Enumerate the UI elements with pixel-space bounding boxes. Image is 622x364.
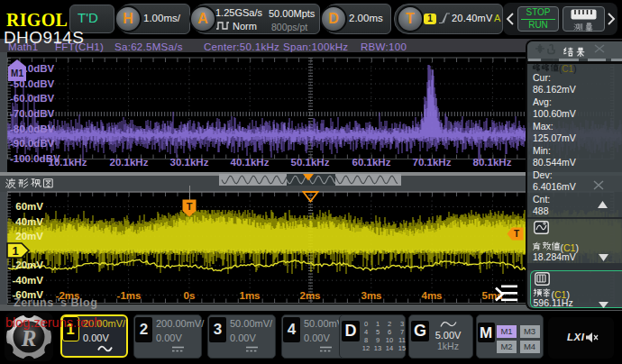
svg-text:T: T: [187, 201, 193, 212]
svg-text:M1: M1: [11, 68, 23, 78]
svg-text:T: T: [514, 229, 519, 239]
svg-text:1: 1: [12, 244, 18, 258]
